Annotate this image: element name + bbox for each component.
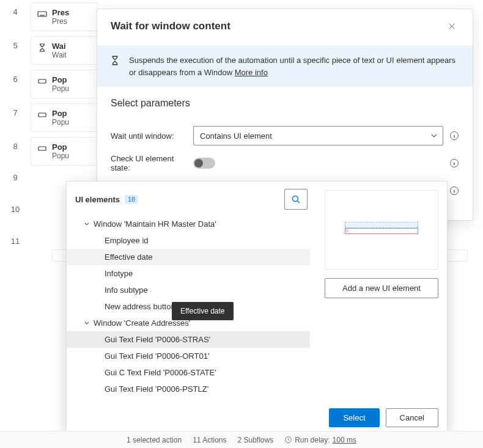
step-title: Pop bbox=[52, 75, 69, 84]
tree-item[interactable]: Gui C Text Field 'P0006-STATE' bbox=[67, 364, 310, 381]
step-subtitle: Popu bbox=[52, 118, 69, 127]
chevron-down-icon bbox=[84, 320, 90, 326]
info-icon[interactable] bbox=[449, 158, 459, 168]
flow-step[interactable]: Pop Popu bbox=[31, 70, 98, 98]
info-banner: Suspends the execution of the automation… bbox=[97, 46, 473, 87]
step-number: 11 bbox=[0, 237, 31, 246]
chevron-down-icon bbox=[84, 221, 90, 227]
wait-until-select[interactable]: Contains UI element bbox=[193, 126, 443, 145]
run-delay-label: Run delay: bbox=[295, 436, 330, 444]
step-subtitle: Wait bbox=[52, 51, 67, 59]
select-button[interactable]: Select bbox=[329, 408, 379, 427]
svg-rect-2 bbox=[39, 113, 46, 117]
ui-element-tree[interactable]: Window 'Maintain HR Master Data' Employe… bbox=[67, 216, 316, 401]
step-number: 4 bbox=[0, 0, 31, 17]
clock-icon bbox=[284, 436, 292, 444]
banner-text: Suspends the execution of the automation… bbox=[129, 54, 460, 78]
step-title: Pres bbox=[52, 8, 69, 17]
tree-item[interactable]: Gui Combo Box 'P0006-LAND1' bbox=[67, 397, 310, 401]
step-number: 9 bbox=[0, 173, 31, 182]
svg-rect-3 bbox=[39, 147, 46, 150]
step-subtitle: Pres bbox=[52, 17, 69, 26]
preview-image: s bbox=[345, 221, 418, 239]
step-title: Wai bbox=[52, 42, 67, 51]
tree-item[interactable]: Info subtype bbox=[67, 282, 310, 298]
svg-rect-1 bbox=[39, 79, 46, 83]
check-state-toggle[interactable] bbox=[193, 158, 215, 169]
svg-rect-0 bbox=[38, 12, 46, 17]
dialog-title: Wait for window content bbox=[111, 20, 443, 32]
selected-count: 1 selected action bbox=[127, 436, 182, 444]
step-subtitle: Popu bbox=[52, 84, 69, 93]
flow-step[interactable]: Pop Popu bbox=[31, 103, 98, 132]
close-button[interactable] bbox=[443, 18, 460, 35]
section-title: Select parameters bbox=[97, 87, 473, 115]
subflows-count: 2 Subflows bbox=[238, 436, 274, 444]
step-number: 10 bbox=[0, 205, 31, 214]
count-badge: 18 bbox=[125, 195, 138, 204]
tree-item[interactable]: Infotype bbox=[67, 265, 310, 282]
tree-item[interactable]: Effective date bbox=[67, 249, 310, 265]
step-title: Pop bbox=[52, 109, 69, 118]
step-subtitle: Popu bbox=[52, 152, 69, 160]
keyboard-icon bbox=[37, 9, 47, 19]
svg-point-7 bbox=[293, 196, 298, 202]
wait-until-label: Wait until window: bbox=[111, 131, 193, 141]
more-info-link[interactable]: More info bbox=[235, 68, 268, 77]
picker-title: UI elements bbox=[75, 195, 120, 204]
step-number: 6 bbox=[0, 67, 31, 84]
add-ui-element-button[interactable]: Add a new UI element bbox=[325, 278, 438, 298]
check-state-label: Check UI element state: bbox=[111, 154, 193, 172]
flow-step[interactable]: Pop Popu bbox=[31, 137, 98, 166]
step-number: 7 bbox=[0, 101, 31, 117]
step-number: 8 bbox=[0, 134, 31, 151]
search-button[interactable] bbox=[284, 189, 308, 210]
info-icon[interactable] bbox=[449, 131, 459, 141]
hourglass-icon bbox=[109, 55, 120, 66]
ui-element-picker: UI elements 18 Window 'Maintain HR Maste… bbox=[66, 181, 448, 435]
flow-step[interactable]: Wai Wait bbox=[31, 36, 98, 65]
actions-count: 11 Actions bbox=[193, 436, 226, 444]
tree-item[interactable]: Gui Text Field 'P0006-PSTLZ' bbox=[67, 381, 310, 397]
textbox-icon bbox=[37, 76, 47, 86]
flow-step[interactable]: Pres Pres bbox=[31, 2, 98, 31]
info-icon[interactable] bbox=[449, 186, 459, 196]
tree-item[interactable]: Gui Text Field 'P0006-ORT01' bbox=[67, 348, 310, 364]
tooltip: Effective date bbox=[172, 302, 234, 320]
hourglass-icon bbox=[37, 43, 47, 53]
tree-item[interactable]: Employee id bbox=[67, 232, 310, 249]
step-number: 5 bbox=[0, 34, 31, 50]
preview-pane: s bbox=[325, 190, 438, 270]
run-delay-value[interactable]: 100 ms bbox=[333, 436, 356, 444]
status-bar: 1 selected action 11 Actions 2 Subflows … bbox=[0, 431, 483, 448]
tree-window[interactable]: Window 'Maintain HR Master Data' bbox=[67, 216, 310, 232]
chevron-down-icon bbox=[430, 132, 438, 139]
textbox-icon bbox=[37, 110, 47, 120]
cancel-button[interactable]: Cancel bbox=[386, 408, 438, 427]
textbox-icon bbox=[37, 144, 47, 153]
tree-item[interactable]: Gui Text Field 'P0006-STRAS' bbox=[67, 331, 310, 348]
step-title: Pop bbox=[52, 142, 69, 152]
